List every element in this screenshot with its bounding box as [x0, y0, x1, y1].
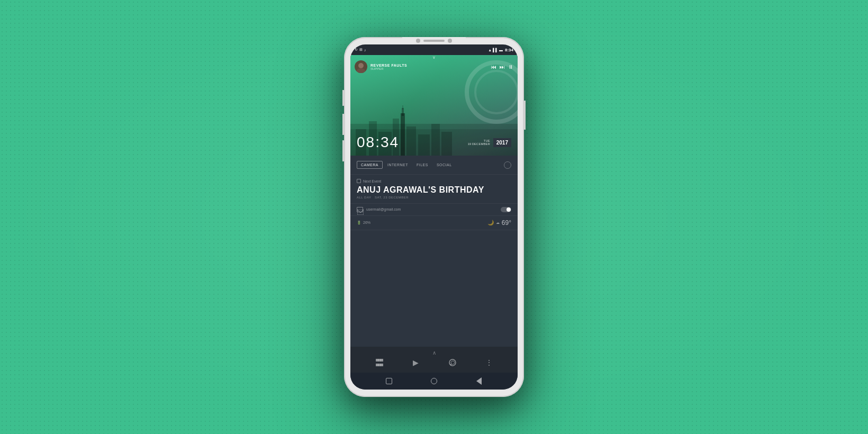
- dock-grid-icon[interactable]: [374, 357, 385, 368]
- email-icon: [357, 207, 363, 212]
- dropdown-chevron[interactable]: ∨: [432, 55, 436, 60]
- recents-button[interactable]: [382, 374, 396, 388]
- home-button[interactable]: [427, 374, 441, 388]
- front-camera: [416, 39, 420, 43]
- dock-up-arrow: ∧: [350, 350, 518, 356]
- info-row: 🔋 26% 🌙 ☁ 69°: [350, 216, 518, 230]
- dock-play-icon[interactable]: ▶: [410, 357, 422, 368]
- up-arrow-icon: ∧: [432, 350, 436, 356]
- event-label-row: Next Event: [357, 179, 511, 183]
- shortcut-options[interactable]: [504, 161, 511, 169]
- status-bar: ↻ ⊞ ♪ ▲ ▌▌ ▬ 8:34: [350, 44, 518, 55]
- svg-point-13: [358, 63, 364, 68]
- camera-button[interactable]: [342, 140, 345, 161]
- toggle-knob: [507, 207, 511, 212]
- status-left-icons: ↻ ⊞ ♪: [355, 48, 366, 52]
- clock-display: 08:34: [357, 134, 399, 151]
- status-right-icons: ▲ ▌▌ ▬ 8:34: [488, 48, 513, 52]
- dock-whatsapp-icon[interactable]: [447, 357, 458, 368]
- home-icon: [431, 378, 437, 384]
- svg-rect-12: [403, 105, 403, 110]
- phone-top-bar: [402, 37, 466, 44]
- navigation-bar: [350, 373, 518, 390]
- music-subtitle: SUPPER: [370, 67, 491, 70]
- svg-rect-16: [376, 359, 378, 361]
- prev-button[interactable]: ⏮: [491, 64, 496, 70]
- date-line: 19 DECEMBER: [467, 142, 490, 146]
- calendar-icon: [357, 179, 361, 183]
- spacer: [350, 230, 518, 347]
- event-date-value: SAT, 23 DECEMBER: [375, 196, 409, 199]
- music-avatar: [355, 60, 367, 73]
- battery-percent: 26%: [363, 221, 370, 224]
- tab-social[interactable]: SOCIAL: [433, 161, 456, 168]
- tab-internet[interactable]: INTERNET: [384, 161, 412, 168]
- weather-temp: 69°: [502, 219, 511, 227]
- battery-icon-small: 🔋: [357, 221, 361, 225]
- svg-rect-21: [378, 364, 381, 366]
- event-allday: ALL DAY: [357, 196, 371, 199]
- battery-icon: ▬: [499, 48, 503, 52]
- event-section[interactable]: Next Event ANUJ AGRAWAL'S BIRTHDAY ALL D…: [350, 175, 518, 204]
- pause-button[interactable]: ⏸: [508, 64, 513, 70]
- next-button[interactable]: ⏭: [500, 64, 505, 70]
- email-toggle[interactable]: [501, 207, 511, 212]
- recents-icon: [386, 378, 392, 384]
- music-section[interactable]: ∨ REVERSE FAULTS SUPPER ⏮: [350, 55, 518, 156]
- tab-files[interactable]: FILES: [413, 161, 432, 168]
- event-label-text: Next Event: [363, 179, 381, 183]
- signal-icon: ▌▌: [493, 48, 498, 52]
- battery-info: 🔋 26%: [357, 221, 370, 225]
- dock-section: ∧ ▶: [350, 347, 518, 373]
- svg-rect-19: [381, 364, 383, 366]
- svg-rect-18: [376, 364, 378, 366]
- image-icon: ⊞: [359, 48, 363, 52]
- back-button[interactable]: [472, 374, 486, 388]
- svg-rect-20: [378, 359, 381, 361]
- power-button[interactable]: [523, 101, 526, 130]
- phone-device: ↻ ⊞ ♪ ▲ ▌▌ ▬ 8:34: [344, 37, 524, 397]
- dock-more-icon[interactable]: ⋮: [483, 357, 495, 368]
- volume-up-button[interactable]: [342, 90, 345, 106]
- refresh-icon: ↻: [355, 48, 358, 52]
- sensor: [448, 39, 452, 43]
- music-title: REVERSE FAULTS: [370, 64, 491, 67]
- svg-point-14: [357, 68, 365, 73]
- event-title[interactable]: ANUJ AGRAWAL'S BIRTHDAY: [357, 185, 511, 195]
- year-badge: 2017: [493, 138, 511, 147]
- email-address: usermail@gmail.com: [366, 207, 401, 211]
- weather-icon: 🌙: [487, 220, 494, 225]
- music-info: REVERSE FAULTS SUPPER: [370, 64, 491, 70]
- svg-rect-17: [381, 359, 383, 361]
- music-buttons: ⏮ ⏭ ⏸: [491, 64, 513, 70]
- phone-screen: ↻ ⊞ ♪ ▲ ▌▌ ▬ 8:34: [350, 44, 518, 390]
- earpiece-speaker: [423, 40, 445, 42]
- tab-camera[interactable]: CAMERA: [357, 161, 383, 169]
- weather-condition: ☁: [496, 221, 500, 225]
- status-time: 8:34: [505, 48, 513, 52]
- wifi-icon: ▲: [488, 48, 492, 52]
- event-date: ALL DAY SAT, 23 DECEMBER: [357, 196, 511, 199]
- shortcuts-section: CAMERA INTERNET FILES SOCIAL: [350, 156, 518, 175]
- weather-info: 🌙 ☁ 69°: [487, 219, 511, 227]
- dock-apps: ▶ ⋮: [350, 357, 518, 368]
- volume-down-button[interactable]: [342, 114, 345, 135]
- date-info: TUE 19 DECEMBER: [467, 139, 490, 146]
- back-icon: [476, 377, 482, 385]
- screen-content: ↻ ⊞ ♪ ▲ ▌▌ ▬ 8:34: [350, 44, 518, 390]
- music-controls: REVERSE FAULTS SUPPER ⏮ ⏭ ⏸: [350, 60, 518, 73]
- music-icon: ♪: [364, 48, 366, 52]
- email-row[interactable]: usermail@gmail.com: [350, 204, 518, 216]
- time-date-section: 08:34 TUE 19 DECEMBER 2017: [350, 129, 518, 156]
